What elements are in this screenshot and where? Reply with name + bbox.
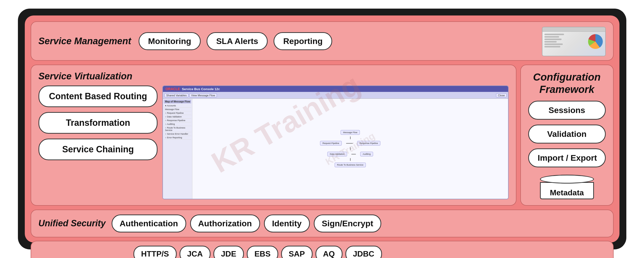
oracle-logo: ORACLE xyxy=(165,87,180,91)
ss-line-1 xyxy=(544,34,564,35)
service-management-section: Service Management Monitoring SLA Alerts… xyxy=(31,21,614,61)
pie-chart xyxy=(588,34,603,49)
outer-container: KR Training Service Management Monitorin… xyxy=(18,9,626,249)
sv-content: Content Based Routing Transformation Ser… xyxy=(38,85,508,199)
sv-ss-body: Map of Message Flow ● Accounts Message F… xyxy=(163,99,508,199)
flow-arrow-3 xyxy=(350,158,350,161)
service-virtualization-title: Service Virtualization xyxy=(38,71,508,82)
import-export-button[interactable]: Import / Export xyxy=(528,148,606,167)
flow-node-message-flow: Message Flow xyxy=(341,130,360,135)
flow-row-pipelines: Request Pipeline Response Pipeline xyxy=(320,141,380,146)
sm-ss-body xyxy=(542,32,605,56)
flow-diagram: Message Flow Request Pipeline Response P… xyxy=(320,130,380,167)
sm-ss-header xyxy=(542,27,605,32)
sm-buttons-group: Monitoring SLA Alerts Reporting xyxy=(138,32,606,50)
sv-ss-nav-accounts[interactable]: ● Accounts xyxy=(164,104,191,108)
sv-ss-main: Message Flow Request Pipeline Response P… xyxy=(192,99,508,199)
sv-ss-sidebar: Map of Message Flow ● Accounts Message F… xyxy=(163,99,192,199)
ebs-button[interactable]: EBS xyxy=(247,246,278,258)
sv-ss-sidebar-header: Map of Message Flow xyxy=(164,100,191,103)
sv-ss-nav-error[interactable]: ○ Service Error Handler xyxy=(164,132,191,136)
sv-ss-nav-route[interactable]: ○ Route To Business Service xyxy=(164,126,191,132)
sv-screenshot: ORACLE Service Bus Console 12c Shared Va… xyxy=(162,85,508,199)
monitoring-button[interactable]: Monitoring xyxy=(138,32,201,50)
flow-node-route: Route To Business Service xyxy=(335,163,366,167)
us-buttons-group: Authentication Authorization Identity Si… xyxy=(112,214,382,232)
flow-connector-2 xyxy=(351,154,356,155)
flow-node-request-pipeline: Request Pipeline xyxy=(320,141,342,146)
sessions-button[interactable]: Sessions xyxy=(528,101,606,120)
middle-row: Service Virtualization Content Based Rou… xyxy=(31,65,614,206)
transformation-button[interactable]: Transformation xyxy=(38,112,158,134)
sv-ss-titlebar: ORACLE Service Bus Console 12c xyxy=(163,86,508,92)
unified-security-title: Unified Security xyxy=(38,218,106,228)
sv-ss-nav-message-flow[interactable]: Message Flow xyxy=(164,108,191,111)
flow-connector xyxy=(346,143,352,144)
am-buttons-container: HTTP/S JCA JDE EBS SAP AQ JDBC JMS WSRM … xyxy=(134,246,606,258)
flow-node-data-validation: Data Validation xyxy=(327,152,347,157)
validation-button[interactable]: Validation xyxy=(528,124,606,144)
sv-ss-nav-request[interactable]: ○ Request Pipeline xyxy=(164,111,191,115)
identity-button[interactable]: Identity xyxy=(264,214,310,232)
sm-ss-lines xyxy=(544,34,566,48)
sv-buttons-group: Content Based Routing Transformation Ser… xyxy=(38,85,158,199)
sv-ss-nav-auditing[interactable]: ○ Auditing xyxy=(164,122,191,126)
adaptive-messaging-section: Adaptive Messaging HTTP/S JCA JDE EBS SA… xyxy=(31,241,614,258)
config-framework-section: ConfigurationFramework Sessions Validati… xyxy=(520,65,614,206)
jde-button[interactable]: JDE xyxy=(214,246,244,258)
authorization-button[interactable]: Authorization xyxy=(190,214,260,232)
toolbar-view-message-flow[interactable]: View Message Flow xyxy=(190,93,217,97)
sv-ss-nav-data-validation[interactable]: ○ Data Validation xyxy=(164,115,191,119)
content-based-routing-button[interactable]: Content Based Routing xyxy=(38,85,158,107)
sm-screenshot xyxy=(542,27,606,56)
flow-row-validation: Data Validation Auditing xyxy=(327,152,373,157)
metadata-label: Metadata xyxy=(550,184,584,197)
authentication-button[interactable]: Authentication xyxy=(112,214,186,232)
service-management-title: Service Management xyxy=(38,36,131,46)
sv-ss-product-title: Service Bus Console 12c xyxy=(182,87,220,91)
reporting-button[interactable]: Reporting xyxy=(274,32,332,50)
service-virtualization-section: Service Virtualization Content Based Rou… xyxy=(31,65,516,206)
sla-alerts-button[interactable]: SLA Alerts xyxy=(206,32,268,50)
flow-arrow-2 xyxy=(350,148,350,150)
inner-container: KR Training Service Management Monitorin… xyxy=(25,16,620,242)
cylinder-body: Metadata xyxy=(540,182,594,199)
flow-arrow-1 xyxy=(350,137,350,139)
jdbc-button[interactable]: JDBC xyxy=(346,246,382,258)
flow-node-auditing: Auditing xyxy=(360,152,373,157)
ss-line-6 xyxy=(544,46,560,47)
sv-ss-nav-response[interactable]: ○ Response Pipeline xyxy=(164,119,191,122)
config-framework-title: ConfigurationFramework xyxy=(533,71,600,96)
toolbar-close[interactable]: Close xyxy=(496,93,506,97)
sap-button[interactable]: SAP xyxy=(281,246,312,258)
ss-line-5 xyxy=(544,44,563,45)
flow-node-response-pipeline: Response Pipeline xyxy=(357,141,380,146)
sign-encrypt-button[interactable]: Sign/Encrypt xyxy=(314,214,382,232)
service-chaining-button[interactable]: Service Chaining xyxy=(38,139,158,160)
sv-ss-nav-reporting[interactable]: ○ Error Reporting xyxy=(164,136,191,140)
cylinder-top xyxy=(540,175,594,184)
metadata-cylinder: Metadata xyxy=(540,175,594,199)
sv-ss-toolbar: Shared Variables View Message Flow Close xyxy=(163,92,508,99)
bottom-section: Unified Security Authentication Authoriz… xyxy=(31,210,614,258)
am-buttons-row1: HTTP/S JCA JDE EBS SAP AQ JDBC xyxy=(134,246,606,258)
unified-security-section: Unified Security Authentication Authoriz… xyxy=(31,210,614,237)
toolbar-shared-variables[interactable]: Shared Variables xyxy=(164,93,188,97)
ss-line-4 xyxy=(544,41,557,43)
aq-button[interactable]: AQ xyxy=(316,246,342,258)
jca-button[interactable]: JCA xyxy=(180,246,210,258)
ss-line-3 xyxy=(544,39,562,40)
ss-line-2 xyxy=(544,36,559,38)
https-button[interactable]: HTTP/S xyxy=(134,246,177,258)
